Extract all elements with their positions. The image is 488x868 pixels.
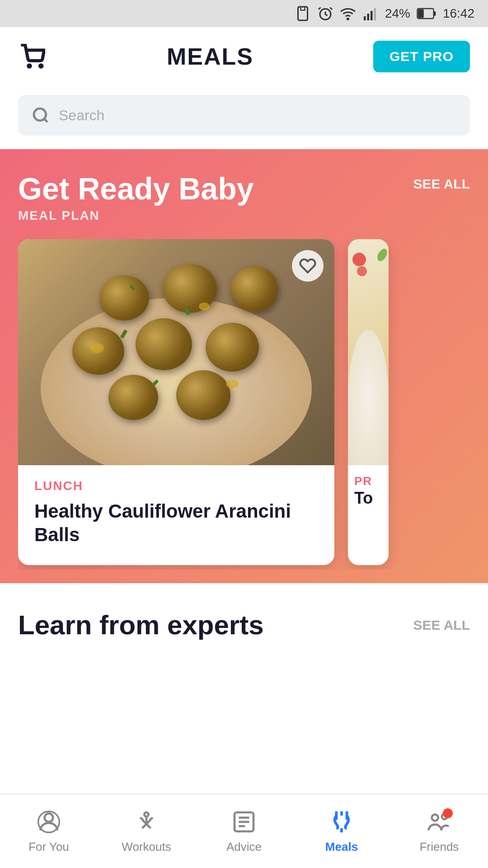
svg-line-23: [150, 818, 153, 820]
cart-icon: [20, 44, 45, 69]
nav-item-advice[interactable]: Advice: [208, 808, 280, 854]
nav-label-meals: Meals: [325, 840, 358, 854]
learn-section-title: Learn from experts: [18, 610, 264, 640]
svg-rect-6: [367, 14, 369, 20]
see-all-banner-button[interactable]: SEE ALL: [413, 172, 470, 192]
search-bar[interactable]: Search: [18, 95, 470, 136]
nav-label-advice: Advice: [226, 840, 262, 854]
advice-icon: [230, 808, 258, 835]
meal-plan-header: Get Ready Baby SEE ALL: [18, 172, 470, 206]
meal-plan-title: Get Ready Baby: [18, 172, 254, 206]
svg-rect-11: [434, 11, 436, 15]
partial-name: To: [354, 488, 382, 508]
svg-line-2: [319, 8, 321, 10]
nav-label-friends: Friends: [420, 840, 459, 854]
nav-label-for-you: For You: [28, 840, 69, 854]
partial-category: PR: [354, 474, 382, 488]
battery-percent: 24%: [385, 6, 410, 21]
partial-card-body: PR To: [348, 465, 389, 521]
alarm-icon: [317, 5, 333, 22]
svg-rect-7: [371, 11, 373, 20]
svg-point-4: [347, 19, 348, 20]
learn-section-header: Learn from experts SEE ALL: [18, 610, 470, 640]
svg-rect-8: [374, 8, 376, 20]
meal-plan-subtitle: MEAL PLAN: [18, 208, 470, 223]
partial-meal-card[interactable]: PR To: [348, 239, 389, 565]
meals-icon: [328, 808, 355, 835]
svg-rect-10: [418, 9, 424, 18]
nav-item-friends[interactable]: Friends: [403, 808, 475, 854]
heart-icon: [299, 257, 316, 274]
signal-icon: [362, 5, 379, 22]
friends-notification-dot: [443, 808, 453, 818]
friends-icon: [426, 808, 453, 835]
svg-point-32: [432, 815, 438, 821]
svg-point-14: [34, 108, 46, 121]
nav-item-for-you[interactable]: For You: [13, 808, 85, 854]
meal-plan-banner: Get Ready Baby SEE ALL MEAL PLAN: [0, 149, 488, 583]
svg-line-15: [44, 119, 47, 122]
learn-see-all-button[interactable]: SEE ALL: [413, 618, 470, 633]
wifi-icon: [340, 5, 356, 22]
person-icon: [35, 808, 62, 835]
svg-point-13: [40, 65, 42, 67]
featured-meal-card[interactable]: LUNCH Healthy Cauliflower Arancini Balls: [18, 239, 334, 565]
partial-card-image: [348, 239, 389, 465]
food-decoration: [18, 239, 334, 465]
svg-point-16: [45, 813, 53, 822]
meal-cards-row: LUNCH Healthy Cauliflower Arancini Balls…: [18, 239, 470, 570]
meal-category: LUNCH: [34, 479, 318, 493]
svg-line-21: [146, 824, 150, 828]
cart-button[interactable]: [18, 42, 47, 71]
meal-card-body: LUNCH Healthy Cauliflower Arancini Balls: [18, 465, 334, 565]
status-icons: 24% 16:42: [295, 5, 474, 22]
learn-section: Learn from experts SEE ALL: [0, 583, 488, 654]
svg-point-18: [144, 812, 148, 816]
search-container: Search: [0, 86, 488, 149]
svg-line-22: [140, 818, 143, 820]
nav-item-meals[interactable]: Meals: [305, 808, 378, 854]
favourite-button[interactable]: [292, 250, 324, 282]
time: 16:42: [443, 6, 474, 21]
page-title: MEALS: [167, 43, 253, 70]
battery-icon: [417, 5, 436, 22]
svg-rect-5: [364, 16, 366, 20]
header: MEALS GET PRO: [0, 27, 488, 86]
nav-label-workouts: Workouts: [122, 840, 171, 854]
workouts-icon: [133, 808, 160, 835]
nav-item-workouts[interactable]: Workouts: [110, 808, 183, 854]
status-bar: 24% 16:42: [0, 0, 488, 27]
meal-name: Healthy Cauliflower Arancini Balls: [34, 500, 318, 547]
svg-rect-0: [298, 7, 307, 20]
svg-point-12: [28, 65, 31, 67]
svg-line-20: [142, 824, 146, 828]
bottom-nav: For You Workouts Advice: [0, 793, 488, 868]
search-icon: [32, 106, 50, 124]
svg-line-3: [330, 8, 332, 10]
get-pro-button[interactable]: GET PRO: [373, 41, 470, 72]
sim-icon: [295, 5, 311, 22]
search-placeholder: Search: [59, 107, 456, 124]
meal-card-image: [18, 239, 334, 465]
